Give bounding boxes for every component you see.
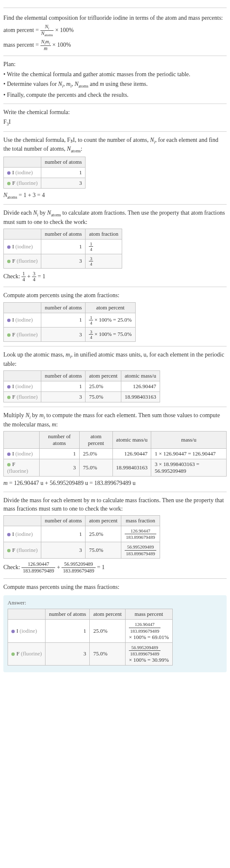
- th-pct: atom percent: [80, 431, 113, 449]
- dot-icon: [7, 533, 11, 536]
- atompct-section: Compute atom percents using the atom fra…: [3, 291, 227, 342]
- table-row: I (iodine) 1 25.0% 126.90447 1 × 126.904…: [4, 449, 227, 459]
- atomfrac-table: number of atoms atom fraction I (iodine)…: [3, 229, 122, 269]
- table-row: I (iodine) 1 25.0% 126.90447: [4, 381, 160, 392]
- atompct-text: Compute atom percents using the atom fra…: [3, 291, 227, 300]
- answer-label: Answer:: [8, 599, 222, 606]
- th-frac: atom fraction: [86, 229, 122, 240]
- count-table: number of atoms I (iodine) 1 F (fluorine…: [3, 157, 86, 189]
- atomfrac-section: Divide each Ni by Natoms to calculate at…: [3, 209, 227, 282]
- th-pct: atom percent: [86, 516, 121, 526]
- th-atoms: number of atoms: [45, 609, 90, 620]
- dot-icon: [7, 549, 11, 552]
- table-row: F (fluorine) 3 75.0% 18.998403163 3 × 18…: [4, 459, 227, 477]
- dot-icon: [7, 182, 11, 185]
- table-row: F (fluorine) 3 34: [4, 254, 122, 268]
- dot-icon: [7, 396, 11, 399]
- formula-section: Write the chemical formula: F3I: [3, 108, 227, 127]
- th-mass: atomic mass/u: [121, 371, 160, 381]
- dot-icon: [7, 463, 11, 466]
- dot-icon: [7, 171, 11, 175]
- intro-section: Find the elemental composition for trifl…: [3, 8, 227, 51]
- intro-text: Find the elemental composition for trifl…: [3, 14, 227, 22]
- final-section: Compute mass percents using the mass fra…: [3, 583, 227, 672]
- massfrac-text: Divide the mass for each element by m to…: [3, 496, 227, 513]
- fraction: Ni Natoms: [40, 24, 54, 37]
- th-amass: atomic mass/u: [112, 431, 151, 449]
- check-line: Check: 126.90447183.899679489 + 56.99520…: [3, 561, 227, 574]
- dot-icon: [7, 385, 11, 389]
- molmass-text: Multiply Ni by mi to compute the mass fo…: [3, 411, 227, 429]
- atomfrac-text: Divide each Ni by Natoms to calculate at…: [3, 209, 227, 226]
- mass-lookup-table: number of atoms atom percent atomic mass…: [3, 370, 160, 402]
- answer-box: Answer: number of atoms atom percent mas…: [3, 595, 227, 672]
- table-row: I (iodine) 1 14 × 100% = 25.0%: [4, 313, 136, 327]
- label: mass percent =: [3, 42, 40, 48]
- plan-bullet-3: • Finally, compute the percents and chec…: [3, 91, 227, 99]
- massfrac-section: Divide the mass for each element by m to…: [3, 496, 227, 574]
- dot-icon: [7, 245, 11, 249]
- table-row: F (fluorine) 3: [4, 178, 86, 188]
- th-mfrac: mass fraction: [121, 516, 160, 526]
- molmass-total: m = 126.90447 u + 56.995209489 u = 183.8…: [3, 479, 227, 487]
- th-atoms: number of atoms: [39, 431, 79, 449]
- formula: F3I: [3, 118, 227, 127]
- fraction: Nimi m: [40, 39, 51, 52]
- table-row: F (fluorine) 3 75.0% 56.995209489183.899…: [4, 542, 160, 558]
- molmass-table: number of atoms atom percent atomic mass…: [3, 431, 227, 477]
- th-atoms: number of atoms: [41, 302, 86, 313]
- mass-percent-formula: mass percent = Nimi m × 100%: [3, 39, 227, 52]
- table-row: I (iodine) 1 25.0% 126.90447183.89967948…: [4, 526, 160, 542]
- th-atoms: number of atoms: [41, 371, 86, 381]
- plan-bullet-2: • Determine values for Ni, mi, Natoms an…: [3, 80, 227, 89]
- table-row: F (fluorine) 3 34 × 100% = 75.0%: [4, 327, 136, 341]
- atompct-table: number of atoms atom percent I (iodine) …: [3, 302, 136, 342]
- th-pct: atom percent: [86, 371, 121, 381]
- dot-icon: [7, 333, 11, 337]
- plan-section: Plan: • Write the chemical formula and g…: [3, 60, 227, 99]
- th-pct: atom percent: [86, 302, 135, 313]
- th-mpct: mass percent: [125, 609, 172, 620]
- th-atoms: number of atoms: [41, 516, 86, 526]
- times-100: × 100%: [52, 42, 71, 48]
- count-text: Use the chemical formula, F₃I, to count …: [3, 136, 227, 154]
- table-row: I (iodine) 1: [4, 167, 86, 178]
- molmass-section: Multiply Ni by mi to compute the mass fo…: [3, 411, 227, 487]
- th-mass: mass/u: [151, 431, 227, 449]
- plan-bullet-1: • Write the chemical formula and gather …: [3, 70, 227, 79]
- table-row: F (fluorine) 3 75.0% 18.998403163: [4, 392, 160, 402]
- massfrac-table: number of atoms atom percent mass fracti…: [3, 515, 160, 559]
- dot-icon: [7, 453, 11, 456]
- total-atoms: Natoms = 1 + 3 = 4: [3, 191, 227, 200]
- final-text: Compute mass percents using the mass fra…: [3, 583, 227, 591]
- th-apct: atom percent: [90, 609, 126, 620]
- answer-table: number of atoms atom percent mass percen…: [8, 609, 173, 666]
- dot-icon: [11, 652, 15, 656]
- times-100: × 100%: [55, 27, 74, 33]
- check-line: Check: 14 + 34 = 1: [3, 271, 227, 282]
- th-atoms: number of atoms: [41, 157, 86, 167]
- th-atoms: number of atoms: [41, 229, 86, 240]
- mass-lookup-section: Look up the atomic mass, mi, in unified …: [3, 351, 227, 402]
- mass-lookup-text: Look up the atomic mass, mi, in unified …: [3, 351, 227, 368]
- table-row: F (fluorine) 3 75.0% 56.995209489183.899…: [8, 642, 173, 665]
- dot-icon: [7, 260, 11, 263]
- plan-heading: Plan:: [3, 60, 227, 69]
- dot-icon: [7, 319, 11, 322]
- count-section: Use the chemical formula, F₃I, to count …: [3, 136, 227, 200]
- atom-percent-formula: atom percent = Ni Natoms × 100%: [3, 24, 227, 37]
- table-row: I (iodine) 1 14: [4, 240, 122, 254]
- table-row: I (iodine) 1 25.0% 126.90447183.89967948…: [8, 620, 173, 642]
- formula-heading: Write the chemical formula:: [3, 108, 227, 117]
- label: atom percent =: [3, 27, 40, 33]
- dot-icon: [11, 630, 15, 633]
